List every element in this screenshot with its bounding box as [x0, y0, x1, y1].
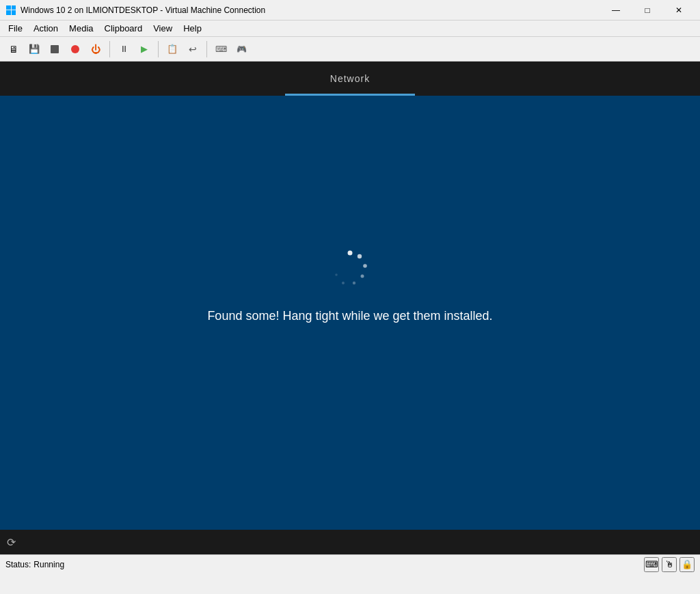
svg-point-4	[353, 282, 355, 284]
app-icon	[5, 5, 16, 16]
vm-area: Network Found some! Hang tight while we …	[0, 62, 700, 554]
status-label: Status:	[5, 560, 31, 569]
close-button[interactable]: ✕	[663, 0, 695, 21]
keyboard-status-button[interactable]: ⌨	[644, 557, 659, 572]
svg-point-5	[342, 282, 345, 284]
vm-bottom-bar: ⟳	[0, 530, 700, 554]
menu-clipboard[interactable]: Clipboard	[99, 21, 148, 36]
stop-button[interactable]	[45, 40, 64, 59]
mouse-status-button[interactable]: 🖱	[662, 557, 677, 572]
menu-file[interactable]: File	[3, 21, 28, 36]
vm-refresh-icon[interactable]: ⟳	[7, 536, 16, 549]
resume-icon: ▶	[141, 44, 148, 54]
revert-icon: ↩	[189, 44, 197, 55]
pause-icon: ⏸	[120, 44, 129, 54]
menu-view[interactable]: View	[148, 21, 178, 36]
power-button[interactable]: ⏻	[86, 40, 105, 59]
screen-button[interactable]: 🖥	[4, 40, 23, 59]
extra-icon: 🎮	[237, 44, 247, 54]
svg-point-0	[348, 251, 353, 256]
maximize-button[interactable]: □	[632, 0, 663, 21]
vm-header-title: Network	[330, 73, 370, 84]
vm-screen[interactable]: Found some! Hang tight while we get them…	[0, 96, 700, 530]
reset-icon	[71, 45, 79, 53]
title-bar: Windows 10 2 on ILMIONTDESKTOP - Virtual…	[0, 0, 700, 21]
window-title: Windows 10 2 on ILMIONTDESKTOP - Virtual…	[21, 5, 600, 15]
svg-point-3	[361, 275, 364, 278]
reset-button[interactable]	[66, 40, 85, 59]
toolbar: 🖥 💾 ⏻ ⏸ ▶ 📋 ↩ ⌨ 🎮	[0, 37, 700, 62]
menu-media[interactable]: Media	[64, 21, 98, 36]
floppy-icon: 💾	[29, 44, 40, 54]
power-icon: ⏻	[91, 44, 100, 55]
snapshot-button[interactable]: 📋	[163, 40, 182, 59]
vm-header-underline	[285, 94, 415, 96]
keyboard-type-button[interactable]: ⌨	[211, 40, 230, 59]
svg-point-1	[358, 254, 362, 258]
status-icons: ⌨ 🖱 🔒	[644, 557, 695, 572]
revert-button[interactable]: ↩	[183, 40, 202, 59]
menu-bar: File Action Media Clipboard View Help	[0, 21, 700, 37]
menu-action[interactable]: Action	[28, 21, 64, 36]
svg-point-2	[363, 264, 367, 268]
separator-2	[158, 41, 159, 57]
spinner-svg	[329, 247, 371, 288]
lock-status-button[interactable]: 🔒	[679, 557, 695, 572]
separator-3	[206, 41, 207, 57]
vm-message: Found some! Hang tight while we get them…	[207, 309, 492, 323]
resume-button[interactable]: ▶	[135, 40, 154, 59]
floppy-button[interactable]: 💾	[25, 40, 44, 59]
snapshot-icon: 📋	[167, 44, 178, 54]
status-bar: Status: Running ⌨ 🖱 🔒	[0, 554, 700, 573]
extra-button[interactable]: 🎮	[232, 40, 251, 59]
window-controls: — □ ✕	[600, 0, 695, 21]
keyboard-type-icon: ⌨	[215, 44, 227, 54]
loading-spinner	[329, 247, 371, 288]
separator-1	[109, 41, 110, 57]
menu-help[interactable]: Help	[178, 21, 207, 36]
minimize-button[interactable]: —	[600, 0, 632, 21]
screen-icon: 🖥	[9, 44, 18, 55]
svg-point-6	[335, 273, 338, 276]
pause-button[interactable]: ⏸	[114, 40, 133, 59]
vm-header: Network	[0, 62, 700, 96]
status-value: Running	[33, 560, 64, 569]
stop-icon	[51, 45, 59, 53]
